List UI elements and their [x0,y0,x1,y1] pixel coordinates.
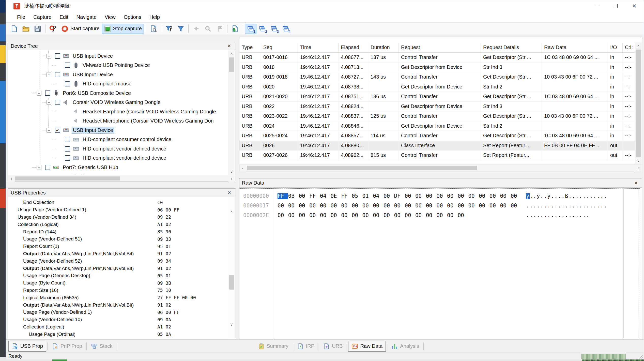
stop-capture-button[interactable]: Stop capture [102,24,144,34]
tree-node[interactable]: VMware USB Pointing Device [8,61,228,70]
device-tree-vscrollbar[interactable]: ∧ ∨ [228,50,235,175]
hex-byte[interactable]: 00 [405,203,415,209]
unchecked-checkbox[interactable] [65,81,70,86]
hex-byte[interactable]: 00 [384,203,394,209]
hex-byte[interactable]: 00 [309,212,320,218]
property-row[interactable]: Usage (Vendor-Defined 51)09 33 [8,235,228,243]
filter-settings-button[interactable] [163,24,175,34]
column-header-request[interactable]: Request [399,42,481,52]
save-file-button[interactable] [32,24,43,34]
hex-byte[interactable]: 00 [278,203,288,209]
hex-byte[interactable]: 00 [299,212,309,218]
tab-urb[interactable]: URB [320,341,346,352]
menu-help[interactable]: Help [145,13,164,22]
hex-byte[interactable]: 0B [288,193,299,199]
urb-row[interactable]: URB001819:46:12.4174.08713...Get Descrip… [239,63,635,72]
menu-options[interactable]: Options [120,13,145,22]
property-row[interactable]: Output (Data,Var,Abs,NWrp,Lin,Pref,NNul,… [8,250,228,258]
hex-byte[interactable]: 00 [320,203,331,209]
urb-row[interactable]: URB0027-002619:46:12.4174.08962...815 us… [239,151,635,160]
menu-view[interactable]: View [101,13,120,22]
property-row[interactable]: Output (Data,Var,Abs,NWrp,Lin,Pref,NNul,… [8,301,228,309]
property-row[interactable]: Usage (Vendor-Defined 34)09 22 [8,214,228,221]
unchecked-checkbox[interactable] [55,53,60,59]
maximize-button[interactable] [606,0,625,12]
property-row[interactable]: Usage Page (Ordinal)05 0A [8,330,228,338]
hex-byte[interactable]: 00 [426,203,437,209]
unchecked-checkbox[interactable] [45,165,50,170]
tree-node[interactable]: Port1: [8,172,228,175]
expand-icon[interactable]: + [37,165,41,170]
urb-row[interactable]: URB0025-002419:46:12.4174.08857...114 us… [239,131,635,141]
unchecked-checkbox[interactable] [65,63,70,68]
scroll-down-icon[interactable]: ∨ [635,157,642,164]
unchecked-checkbox[interactable] [65,155,70,161]
hex-byte[interactable]: 00 [341,212,352,218]
hex-byte[interactable]: 00 [436,212,447,218]
tree-node[interactable]: HID-compliant mouse [8,79,228,89]
hex-byte[interactable]: 00 [511,203,521,209]
column-header-c-i-[interactable]: C:I: [623,42,635,52]
urb-row[interactable]: URB002219:46:12.4174.08824...Get Descrip… [239,102,635,112]
scrollbar-thumb[interactable] [247,166,477,170]
hex-byte[interactable]: 00 [352,212,362,218]
hex-byte[interactable]: 00 [436,203,447,209]
hex-byte[interactable]: 00 [500,193,511,199]
hex-byte[interactable]: 00 [330,212,341,218]
column-header-type[interactable]: Type [239,42,261,52]
hex-byte[interactable]: 00 [415,193,426,199]
hex-byte[interactable]: 00 [394,203,405,209]
column-header-request-details[interactable]: Request Details [481,42,542,52]
hex-byte[interactable]: FF [278,193,288,199]
tree-node[interactable]: −USB Input Device [8,70,228,79]
scrollbar-thumb[interactable] [229,57,234,72]
layout-3-button[interactable]: 3 [268,24,280,34]
start-capture-button[interactable]: Start capture [59,24,102,34]
hex-byte[interactable]: 00 [415,203,426,209]
property-row[interactable]: Usage Minimum (Ordinal 1)19 01 [8,338,228,338]
tab-summary[interactable]: Summary [255,341,292,352]
collapse-icon[interactable]: − [47,54,51,58]
scroll-right-icon[interactable]: › [635,164,642,171]
usb-properties-vscrollbar[interactable]: ∧ ∨ [228,197,235,338]
hex-byte[interactable]: FF [341,193,352,199]
tree-node[interactable]: Headset Earphone (Corsair VOID Wireless … [8,107,228,116]
capture-settings-button[interactable] [47,24,59,34]
hex-byte[interactable]: 00 [458,193,468,199]
device-tree-hscrollbar[interactable]: ‹ › [8,175,235,182]
collapse-icon[interactable]: − [47,72,51,77]
urb-table-vscrollbar[interactable]: ∧ ∨ [635,42,642,164]
hex-byte[interactable]: 00 [373,212,384,218]
hex-byte[interactable]: 04 [373,193,384,199]
close-button[interactable]: ✕ [625,0,644,12]
tree-node[interactable]: −Port6: USB Composite Device [8,88,228,98]
urb-table-hscrollbar[interactable]: ‹ › [239,164,642,171]
property-row[interactable]: Usage Page (Generic Desktop)05 01 [8,272,228,279]
tree-node[interactable]: HID-compliant vendor-defined device [8,144,228,154]
hex-byte[interactable]: 00 [309,203,320,209]
tree-node[interactable]: −Corsair VOID Wireless Gaming Dongle [8,98,228,107]
hex-byte[interactable]: 00 [426,193,437,199]
hex-byte[interactable]: 00 [394,212,405,218]
urb-row[interactable]: URB0021-002019:46:12.4174.08751...136 us… [239,92,635,102]
export-button[interactable] [229,24,241,34]
layout-1-button[interactable]: 1 [245,24,256,34]
view-capture-data-button[interactable] [148,24,159,34]
unchecked-checkbox[interactable] [55,72,60,77]
raw-data-close-icon[interactable]: ✕ [633,180,639,186]
property-row[interactable]: Logical Maximum (65535)27 FF FF 00 00 [8,294,228,301]
hex-byte[interactable]: 00 [426,212,437,218]
scrollbar-thumb[interactable] [636,50,641,157]
scroll-up-icon[interactable]: ∧ [228,50,235,57]
urb-row[interactable]: URB0019-001819:46:12.4174.08727...143 us… [239,72,635,82]
hex-byte[interactable]: 00 [458,212,468,218]
urb-row[interactable]: URB0023-002219:46:12.4174.08837...125 us… [239,111,635,121]
collapse-icon[interactable]: − [37,91,41,96]
menu-capture[interactable]: Capture [29,13,55,22]
hex-byte[interactable]: 00 [288,203,299,209]
menu-navigate[interactable]: Navigate [72,13,101,22]
tab-analysis[interactable]: Analysis [388,341,422,352]
property-row[interactable]: Collection (Logical)A1 02 [8,323,228,331]
hex-byte[interactable]: 00 [468,193,479,199]
tree-node[interactable]: Headset Microphone (Corsair VOID Wireles… [8,116,228,126]
